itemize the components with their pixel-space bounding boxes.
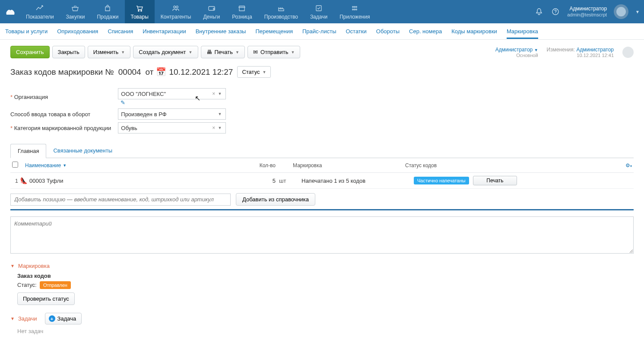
people-icon <box>171 4 181 13</box>
col-name-sort[interactable]: Наименование▼ <box>25 162 250 168</box>
edit-dropdown[interactable]: Изменить▼ <box>88 46 131 58</box>
col-marking: Маркировка <box>293 162 405 168</box>
add-task-button[interactable]: +Задача <box>45 313 82 324</box>
subnav-marking[interactable]: Маркировка <box>507 24 538 39</box>
check-status-button[interactable]: Проверить статус <box>17 292 75 305</box>
add-position-input[interactable] <box>10 194 231 206</box>
nav-apps[interactable]: Приложения <box>333 0 376 23</box>
row-marking: Напечатано 1 из 5 кодов <box>301 178 414 184</box>
svg-point-8 <box>356 6 357 7</box>
status-dropdown[interactable]: Статус▼ <box>237 66 271 78</box>
nav-counterparties[interactable]: Контрагенты <box>155 0 197 23</box>
collapse-icon[interactable]: ▼ <box>10 264 15 268</box>
nav-tasks[interactable]: Задачи <box>304 0 333 23</box>
avatar[interactable] <box>614 4 628 19</box>
section-tasks-title[interactable]: Задачи <box>18 315 37 322</box>
label-category: Категория маркированной продукции <box>14 125 111 131</box>
method-combo[interactable]: Произведен в РФ ▼ <box>118 108 226 120</box>
toolbar: Сохранить Закрыть Изменить▼ Создать доку… <box>10 46 634 58</box>
nav-indicators[interactable]: Показатели <box>20 0 60 23</box>
chevron-down-icon[interactable]: ▼ <box>216 126 223 130</box>
changed-by-avatar <box>622 47 634 58</box>
nav-goods[interactable]: Товары <box>125 0 155 23</box>
subnav-writeoff[interactable]: Списания <box>108 24 133 39</box>
comment-textarea[interactable] <box>10 216 634 254</box>
row-print-button[interactable]: Печать <box>473 176 517 185</box>
org-combo[interactable]: ООО "ЛОГНЕКС" × ▼ <box>118 88 226 99</box>
save-button[interactable]: Сохранить <box>10 46 50 58</box>
col-code-status: Статус кодов <box>405 162 517 168</box>
subnav-transfers[interactable]: Перемещения <box>255 24 292 39</box>
section-marking-title[interactable]: Маркировка <box>18 263 50 269</box>
logo-icon[interactable] <box>4 6 16 18</box>
calendar-icon[interactable]: 📅 <box>156 67 166 77</box>
bell-icon[interactable] <box>534 7 544 16</box>
category-combo[interactable]: Обувь × ▼ <box>118 122 226 133</box>
subnav-internal-orders[interactable]: Внутренние заказы <box>196 24 246 39</box>
chart-icon <box>35 4 44 13</box>
owner-block[interactable]: Администратор ▼ Основной <box>495 47 538 58</box>
svg-point-6 <box>352 6 354 7</box>
changed-at: 10.12.2021 12:41 <box>547 53 614 58</box>
chevron-down-icon[interactable]: ▼ <box>216 112 223 116</box>
svg-point-3 <box>176 6 178 8</box>
envelope-icon: ✉ <box>253 49 258 55</box>
nav-production[interactable]: Производство <box>258 0 304 23</box>
subnav-posting[interactable]: Оприходования <box>57 24 98 39</box>
send-dropdown[interactable]: ✉Отправить▼ <box>247 46 300 58</box>
status-badge: Частично напечатаны <box>414 177 469 184</box>
marking-status-label: Статус: <box>17 282 37 288</box>
doc-title-prefix: Заказ кодов маркировки № <box>10 67 114 77</box>
tabs: Главная Связанные документы <box>10 144 634 158</box>
collapse-icon[interactable]: ▼ <box>10 316 15 321</box>
subnav-serials[interactable]: Сер. номера <box>409 24 442 39</box>
pencil-icon[interactable]: ✎ <box>121 99 125 106</box>
subnav-inventory[interactable]: Инвентаризации <box>143 24 186 39</box>
clear-icon[interactable]: × <box>211 91 216 97</box>
label-org: Организация <box>14 94 48 100</box>
subnav-stock[interactable]: Остатки <box>346 24 366 39</box>
changed-by-link[interactable]: Администратор <box>576 47 614 53</box>
plus-icon: + <box>49 315 55 322</box>
grid-header: Наименование▼ Кол-во Маркировка Статус к… <box>10 158 634 173</box>
clear-icon[interactable]: × <box>211 125 216 131</box>
user-name: Администратор <box>567 6 607 12</box>
chevron-down-icon[interactable]: ▼ <box>635 10 640 14</box>
close-button[interactable]: Закрыть <box>52 46 85 58</box>
chevron-down-icon[interactable]: ▼ <box>216 92 223 96</box>
subnav-goods-services[interactable]: Товары и услуги <box>5 24 48 39</box>
label-method: Способ ввода товара в оборот <box>10 111 90 118</box>
subnav-pricelists[interactable]: Прайс-листы <box>302 24 336 39</box>
user-info[interactable]: Администратор admin@testmscrpt <box>567 6 607 18</box>
svg-point-10 <box>354 9 355 10</box>
cart-icon <box>135 4 144 13</box>
subnav-marking-codes[interactable]: Коды маркировки <box>451 24 497 39</box>
svg-point-9 <box>352 9 354 10</box>
nav-money[interactable]: Деньги <box>197 0 226 23</box>
print-dropdown[interactable]: 🖶Печать▼ <box>201 46 245 58</box>
help-icon[interactable] <box>551 7 560 16</box>
table-row[interactable]: 1 👠 00003 Туфли 5 шт Напечатано 1 из 5 к… <box>10 173 634 189</box>
nav-purchases[interactable]: Закупки <box>60 0 91 23</box>
shoes-icon: 👠 <box>20 177 29 184</box>
changes-block: Изменения: Администратор 10.12.2021 12:4… <box>547 47 614 58</box>
svg-point-7 <box>354 6 355 7</box>
nav-sales[interactable]: Продажи <box>91 0 124 23</box>
select-all-checkbox[interactable] <box>12 162 18 168</box>
add-from-catalog-button[interactable]: Добавить из справочника <box>236 193 315 206</box>
gear-icon[interactable]: ⚙▾ <box>625 162 632 168</box>
row-qty: 5 <box>245 178 276 184</box>
svg-point-0 <box>138 10 139 11</box>
tab-main[interactable]: Главная <box>10 144 46 158</box>
subnav-turnover[interactable]: Обороты <box>376 24 400 39</box>
doc-date[interactable]: 10.12.2021 12:27 <box>169 67 233 77</box>
create-doc-dropdown[interactable]: Создать документ▼ <box>133 46 198 58</box>
marking-order-label: Заказ кодов <box>17 273 634 279</box>
store-icon <box>237 4 247 13</box>
svg-point-1 <box>141 10 142 11</box>
tab-linked-docs[interactable]: Связанные документы <box>46 144 119 158</box>
doc-number[interactable]: 00004 <box>118 67 141 77</box>
nav-retail[interactable]: Розница <box>226 0 258 23</box>
form-block: * Организация ООО "ЛОГНЕКС" × ▼ ✎ ↖ Спос… <box>10 86 226 136</box>
document-title-row: Заказ кодов маркировки № 00004 от 📅 10.1… <box>10 66 634 78</box>
